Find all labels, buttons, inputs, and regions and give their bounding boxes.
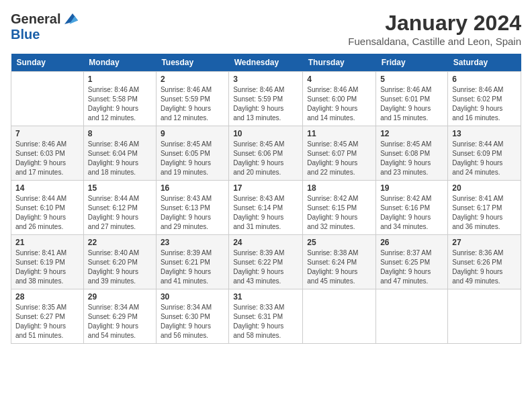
calendar-day-cell: 26Sunrise: 8:37 AM Sunset: 6:25 PM Dayli… [376, 235, 448, 289]
calendar-week-row: 14Sunrise: 8:44 AM Sunset: 6:10 PM Dayli… [11, 181, 521, 235]
day-number: 15 [88, 183, 152, 193]
calendar-day-cell: 19Sunrise: 8:42 AM Sunset: 6:16 PM Dayli… [376, 181, 448, 235]
day-info: Sunrise: 8:46 AM Sunset: 5:59 PM Dayligh… [233, 85, 298, 123]
day-info: Sunrise: 8:43 AM Sunset: 6:13 PM Dayligh… [161, 194, 224, 232]
day-number: 2 [161, 75, 224, 84]
calendar-day-cell [376, 289, 448, 344]
calendar-day-cell: 21Sunrise: 8:41 AM Sunset: 6:19 PM Dayli… [11, 235, 84, 289]
day-info: Sunrise: 8:41 AM Sunset: 6:17 PM Dayligh… [452, 194, 517, 232]
day-info: Sunrise: 8:35 AM Sunset: 6:27 PM Dayligh… [15, 303, 79, 340]
calendar-day-cell: 25Sunrise: 8:38 AM Sunset: 6:24 PM Dayli… [303, 235, 376, 289]
day-number: 20 [452, 183, 517, 193]
calendar-day-cell: 11Sunrise: 8:45 AM Sunset: 6:07 PM Dayli… [303, 126, 376, 181]
calendar-day-header: Saturday [448, 54, 521, 72]
day-number: 4 [307, 75, 371, 84]
calendar-day-header: Thursday [303, 54, 376, 72]
day-info: Sunrise: 8:37 AM Sunset: 6:25 PM Dayligh… [380, 248, 443, 286]
calendar-day-cell: 18Sunrise: 8:42 AM Sunset: 6:15 PM Dayli… [303, 181, 376, 235]
day-number: 29 [88, 292, 152, 302]
day-number: 11 [307, 129, 371, 138]
calendar-day-cell: 23Sunrise: 8:39 AM Sunset: 6:21 PM Dayli… [156, 235, 228, 289]
logo-blue-text: Blue [11, 27, 40, 42]
day-number: 23 [161, 238, 224, 247]
day-info: Sunrise: 8:39 AM Sunset: 6:21 PM Dayligh… [161, 248, 224, 286]
calendar-day-cell: 8Sunrise: 8:46 AM Sunset: 6:04 PM Daylig… [83, 126, 156, 181]
day-info: Sunrise: 8:45 AM Sunset: 6:06 PM Dayligh… [233, 140, 298, 177]
calendar-day-cell: 12Sunrise: 8:45 AM Sunset: 6:08 PM Dayli… [376, 126, 448, 181]
month-title: January 2024 [348, 11, 521, 36]
calendar-day-cell: 1Sunrise: 8:46 AM Sunset: 5:58 PM Daylig… [83, 72, 156, 126]
day-info: Sunrise: 8:33 AM Sunset: 6:31 PM Dayligh… [233, 303, 298, 340]
calendar-day-cell: 5Sunrise: 8:46 AM Sunset: 6:01 PM Daylig… [376, 72, 448, 126]
calendar-day-header: Friday [376, 54, 448, 72]
day-info: Sunrise: 8:34 AM Sunset: 6:30 PM Dayligh… [161, 303, 224, 340]
calendar-day-cell: 22Sunrise: 8:40 AM Sunset: 6:20 PM Dayli… [83, 235, 156, 289]
logo: General Blue [11, 11, 78, 42]
day-number: 25 [307, 238, 371, 247]
day-number: 27 [452, 238, 517, 247]
title-section: January 2024 Fuensaldana, Castille and L… [348, 11, 521, 47]
calendar-header-row: SundayMondayTuesdayWednesdayThursdayFrid… [11, 54, 521, 72]
day-info: Sunrise: 8:46 AM Sunset: 5:59 PM Dayligh… [161, 85, 224, 123]
day-info: Sunrise: 8:44 AM Sunset: 6:12 PM Dayligh… [88, 194, 152, 232]
calendar-day-header: Wednesday [229, 54, 303, 72]
calendar-day-cell: 13Sunrise: 8:44 AM Sunset: 6:09 PM Dayli… [448, 126, 521, 181]
day-info: Sunrise: 8:45 AM Sunset: 6:07 PM Dayligh… [307, 140, 371, 177]
calendar-day-cell [448, 289, 521, 344]
day-number: 26 [380, 238, 443, 247]
calendar-day-cell: 15Sunrise: 8:44 AM Sunset: 6:12 PM Dayli… [83, 181, 156, 235]
calendar-week-row: 21Sunrise: 8:41 AM Sunset: 6:19 PM Dayli… [11, 235, 521, 289]
day-info: Sunrise: 8:44 AM Sunset: 6:10 PM Dayligh… [15, 194, 79, 232]
calendar-day-cell: 16Sunrise: 8:43 AM Sunset: 6:13 PM Dayli… [156, 181, 228, 235]
day-number: 9 [161, 129, 224, 138]
day-info: Sunrise: 8:46 AM Sunset: 5:58 PM Dayligh… [88, 85, 152, 123]
day-number: 7 [15, 129, 79, 138]
calendar-week-row: 7Sunrise: 8:46 AM Sunset: 6:03 PM Daylig… [11, 126, 521, 181]
day-number: 12 [380, 129, 443, 138]
day-number: 16 [161, 183, 224, 193]
calendar-day-header: Sunday [11, 54, 84, 72]
calendar-day-cell: 3Sunrise: 8:46 AM Sunset: 5:59 PM Daylig… [229, 72, 303, 126]
calendar-day-cell: 24Sunrise: 8:39 AM Sunset: 6:22 PM Dayli… [229, 235, 303, 289]
day-info: Sunrise: 8:41 AM Sunset: 6:19 PM Dayligh… [15, 248, 79, 286]
calendar-day-header: Monday [83, 54, 156, 72]
day-number: 31 [233, 292, 298, 302]
day-info: Sunrise: 8:45 AM Sunset: 6:05 PM Dayligh… [161, 140, 224, 177]
day-info: Sunrise: 8:39 AM Sunset: 6:22 PM Dayligh… [233, 248, 298, 286]
day-number: 24 [233, 238, 298, 247]
day-info: Sunrise: 8:46 AM Sunset: 6:01 PM Dayligh… [380, 85, 443, 123]
day-number: 30 [161, 292, 224, 302]
day-number: 18 [307, 183, 371, 193]
calendar-day-header: Tuesday [156, 54, 228, 72]
day-number: 1 [88, 75, 152, 84]
day-number: 21 [15, 238, 79, 247]
calendar-day-cell: 10Sunrise: 8:45 AM Sunset: 6:06 PM Dayli… [229, 126, 303, 181]
day-info: Sunrise: 8:46 AM Sunset: 6:03 PM Dayligh… [15, 140, 79, 177]
day-info: Sunrise: 8:43 AM Sunset: 6:14 PM Dayligh… [233, 194, 298, 232]
calendar-table: SundayMondayTuesdayWednesdayThursdayFrid… [11, 54, 521, 344]
calendar-day-cell [11, 72, 84, 126]
calendar-day-cell: 6Sunrise: 8:46 AM Sunset: 6:02 PM Daylig… [448, 72, 521, 126]
day-number: 6 [452, 75, 517, 84]
calendar-week-row: 28Sunrise: 8:35 AM Sunset: 6:27 PM Dayli… [11, 289, 521, 344]
day-number: 3 [233, 75, 298, 84]
calendar-day-cell [303, 289, 376, 344]
calendar-day-cell: 2Sunrise: 8:46 AM Sunset: 5:59 PM Daylig… [156, 72, 228, 126]
logo-general-text: General [11, 11, 60, 27]
calendar-day-cell: 29Sunrise: 8:34 AM Sunset: 6:29 PM Dayli… [83, 289, 156, 344]
day-info: Sunrise: 8:42 AM Sunset: 6:15 PM Dayligh… [307, 194, 371, 232]
day-info: Sunrise: 8:38 AM Sunset: 6:24 PM Dayligh… [307, 248, 371, 286]
location-title: Fuensaldana, Castille and Leon, Spain [348, 36, 521, 47]
day-info: Sunrise: 8:34 AM Sunset: 6:29 PM Dayligh… [88, 303, 152, 340]
day-number: 10 [233, 129, 298, 138]
day-info: Sunrise: 8:44 AM Sunset: 6:09 PM Dayligh… [452, 140, 517, 177]
day-number: 13 [452, 129, 517, 138]
day-number: 8 [88, 129, 152, 138]
page-header: General Blue January 2024 Fuensaldana, C… [11, 11, 521, 47]
day-info: Sunrise: 8:45 AM Sunset: 6:08 PM Dayligh… [380, 140, 443, 177]
day-number: 28 [15, 292, 79, 302]
calendar-day-cell: 31Sunrise: 8:33 AM Sunset: 6:31 PM Dayli… [229, 289, 303, 344]
day-number: 14 [15, 183, 79, 193]
day-info: Sunrise: 8:36 AM Sunset: 6:26 PM Dayligh… [452, 248, 517, 286]
calendar-day-cell: 4Sunrise: 8:46 AM Sunset: 6:00 PM Daylig… [303, 72, 376, 126]
